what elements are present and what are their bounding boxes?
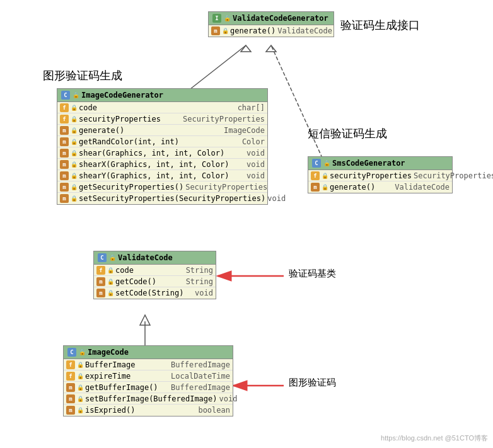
label-validate-base: 验证码基类 bbox=[289, 268, 336, 280]
svg-marker-3 bbox=[266, 45, 276, 52]
vcg-method-type: ValidateCode bbox=[277, 26, 332, 35]
vc-title: ValidateCode bbox=[118, 253, 173, 262]
icg-row-6: m 🔒 shearY(Graphics, int, int, Color) vo… bbox=[57, 170, 267, 181]
ic-row-1: f 🔒 expireTime LocalDateTime bbox=[64, 370, 233, 382]
lock-icon: 🔒 bbox=[72, 92, 79, 98]
ic-row-3: m 🔒 setBufferImage(BufferedImage) void bbox=[64, 393, 233, 405]
icg-row-3: m 🔒 getRandColor(int, int) Color bbox=[57, 136, 267, 147]
ic-title: ImageCode bbox=[88, 348, 129, 357]
validate-code-box: C 🔒 ValidateCode f 🔒 code String m 🔒 get… bbox=[93, 251, 216, 299]
vcg-row-0: m 🔒 generate() ValidateCode bbox=[209, 25, 334, 37]
vc-header: C 🔒 ValidateCode bbox=[94, 251, 216, 265]
label-sms-gen: 短信验证码生成 bbox=[308, 126, 387, 141]
vc-row-0: f 🔒 code String bbox=[94, 265, 216, 276]
lock-icon: 🔒 bbox=[224, 15, 230, 21]
icg-row-0: f 🔒 code char[] bbox=[57, 102, 267, 113]
validate-code-generator-title: ValidateCodeGenerator bbox=[233, 14, 328, 23]
sms-code-generator-box: C 🔒 SmsCodeGenerator f 🔒 securityPropert… bbox=[308, 156, 453, 193]
svg-marker-5 bbox=[140, 315, 150, 325]
scg-row-0: f 🔒 securityProperties SecurityPropertie… bbox=[308, 170, 452, 181]
label-image-code: 图形验证码 bbox=[289, 377, 336, 389]
svg-marker-1 bbox=[241, 45, 251, 52]
scg-title: SmsCodeGenerator bbox=[332, 159, 405, 168]
label-validate-interface: 验证码生成接口 bbox=[340, 18, 420, 33]
ic-row-2: m 🔒 getBufferImage() BufferedImage bbox=[64, 382, 233, 393]
icg-row-5: m 🔒 shearX(Graphics, int, int, Color) vo… bbox=[57, 159, 267, 170]
ic-row-4: m 🔒 isExpried() boolean bbox=[64, 405, 233, 416]
image-code-generator-box: C 🔒 ImageCodeGenerator f 🔒 code char[] f… bbox=[57, 88, 268, 205]
icg-row-7: m 🔒 getSecurityProperties() SecurityProp… bbox=[57, 181, 267, 193]
lock-icon: 🔒 bbox=[222, 28, 228, 34]
icg-header: C 🔒 ImageCodeGenerator bbox=[57, 89, 267, 102]
class-badge: C bbox=[61, 91, 70, 100]
icg-row-4: m 🔒 shear(Graphics, int, int, Color) voi… bbox=[57, 147, 267, 159]
validate-code-generator-box: I 🔒 ValidateCodeGenerator m 🔒 generate()… bbox=[208, 11, 334, 37]
ic-header: C 🔒 ImageCode bbox=[64, 346, 233, 359]
ic-row-0: f 🔒 BufferImage BufferedImage bbox=[64, 359, 233, 370]
watermark: https://blog.csdn.net @51CTO博客 bbox=[381, 434, 488, 443]
icg-row-2: m 🔒 generate() ImageCode bbox=[57, 125, 267, 136]
icg-row-8: m 🔒 setSecurityProperties(SecurityProper… bbox=[57, 193, 267, 204]
field-badge: f bbox=[60, 103, 69, 112]
method-badge: m bbox=[211, 26, 220, 35]
vc-row-1: m 🔒 getCode() String bbox=[94, 276, 216, 287]
validate-code-generator-header: I 🔒 ValidateCodeGenerator bbox=[209, 12, 334, 25]
vc-row-2: m 🔒 setCode(String) void bbox=[94, 287, 216, 299]
image-code-box: C 🔒 ImageCode f 🔒 BufferImage BufferedIm… bbox=[63, 345, 233, 416]
scg-header: C 🔒 SmsCodeGenerator bbox=[308, 157, 452, 170]
label-image-gen: 图形验证码生成 bbox=[43, 68, 122, 83]
scg-row-1: m 🔒 generate() ValidateCode bbox=[308, 181, 452, 193]
icg-row-1: f 🔒 securityProperties SecurityPropertie… bbox=[57, 113, 267, 125]
icg-title: ImageCodeGenerator bbox=[81, 91, 163, 100]
interface-badge: I bbox=[212, 14, 221, 23]
vcg-method-name: generate() bbox=[230, 26, 276, 35]
diagram-container: I 🔒 ValidateCodeGenerator m 🔒 generate()… bbox=[0, 0, 493, 448]
